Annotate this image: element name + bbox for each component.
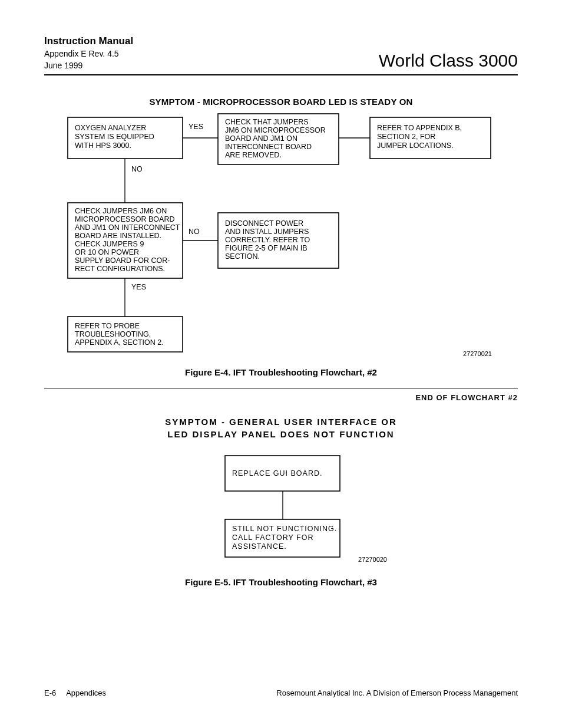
symptom-heading-2: SYMPTOM - GENERAL USER INTERFACE OR LED … [44,416,518,440]
page-footer: E-6 Appendices Rosemount Analytical Inc.… [44,689,518,697]
box-call-factory: STILL NOT FUNCTIONING. CALL FACTORY FOR … [232,525,340,551]
diagram-ref-1: 27270021 [463,350,492,357]
box-refer-appendix-b: REFER TO APPENDIX B, SECTION 2, FOR JUMP… [377,124,464,150]
box-disconnect-power: DISCONNECT POWER AND INSTALL JUMPERS COR… [225,219,312,261]
footer-company: Rosemount Analytical Inc. A Division of … [276,689,518,697]
end-of-flowchart-note: END OF FLOWCHART #2 [44,393,518,402]
label-no-2: NO [189,228,200,236]
box-check-jumpers-installed: CHECK JUMPERS JM6 ON MICROPROCESSOR BOAR… [75,207,182,273]
symptom-heading-1: SYMPTOM - MICROPROCESSOR BOARD LED IS ST… [44,97,518,107]
figure-caption-e4: Figure E-4. IFT Troubleshooting Flowchar… [44,367,518,377]
label-yes-2: YES [131,283,146,291]
section-name: Appendices [66,689,106,697]
diagram-ref-2: 27270020 [358,556,387,563]
mid-rule [44,388,518,388]
flowchart-2: REPLACE GUI BOARD. STILL NOT FUNCTIONING… [44,445,518,571]
figure-caption-e5: Figure E-5. IFT Troubleshooting Flowchar… [44,577,518,587]
box-check-jumpers-removed: CHECK THAT JUMPERS JM6 ON MICROPROCESSOR… [225,118,328,159]
product-name: World Class 3000 [379,51,518,71]
flowchart-1: OXYGEN ANALYZER SYSTEM IS EQUIPPED WITH … [44,111,518,361]
page-header: Instruction Manual Appendix E Rev. 4.5 J… [44,35,518,71]
date: June 1999 [44,60,133,71]
box-refer-probe-troubleshoot: REFER TO PROBE TROUBLESHOOTING, APPENDIX… [75,322,164,347]
header-rule [44,74,518,75]
label-yes-1: YES [189,123,203,131]
box-replace-gui: REPLACE GUI BOARD. [232,469,322,477]
label-no-1: NO [131,165,143,173]
page-number: E-6 [44,689,56,697]
appendix-rev: Appendix E Rev. 4.5 [44,48,133,59]
box-oxygen-analyzer: OXYGEN ANALYZER SYSTEM IS EQUIPPED WITH … [75,124,156,150]
manual-title: Instruction Manual [44,35,133,47]
